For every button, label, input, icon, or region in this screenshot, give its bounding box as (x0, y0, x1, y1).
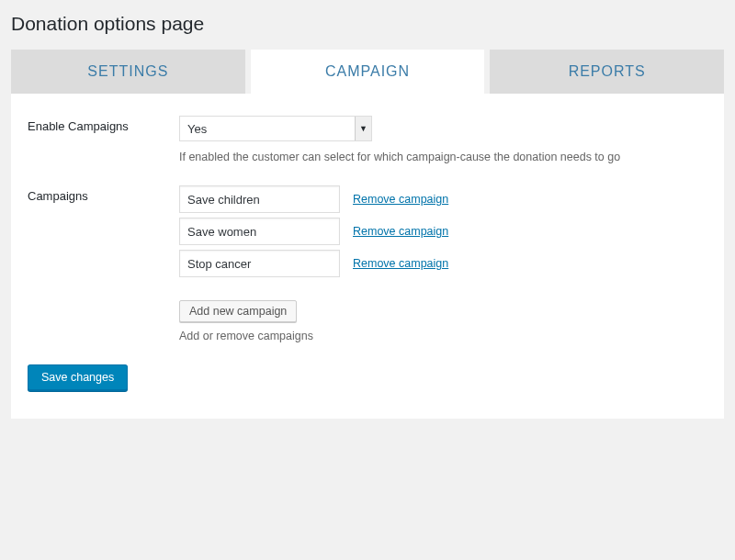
tab-reports[interactable]: REPORTS (490, 50, 724, 94)
campaign-row: Remove campaign (179, 218, 707, 245)
tabs-nav: SETTINGS CAMPAIGN REPORTS (11, 50, 724, 94)
remove-campaign-link[interactable]: Remove campaign (353, 257, 448, 270)
campaign-row: Remove campaign (179, 250, 707, 277)
add-campaign-button[interactable]: Add new campaign (179, 300, 297, 322)
chevron-down-icon: ▼ (355, 117, 371, 140)
tab-campaign[interactable]: CAMPAIGN (251, 50, 485, 94)
campaign-name-input[interactable] (179, 218, 340, 245)
campaigns-helper: Add or remove campaigns (179, 330, 707, 342)
enable-campaigns-helper: If enabled the customer can select for w… (179, 151, 707, 163)
campaigns-label: Campaigns (28, 185, 179, 203)
tab-settings[interactable]: SETTINGS (11, 50, 245, 94)
enable-campaigns-label: Enable Campaigns (28, 116, 179, 133)
enable-campaigns-select[interactable]: Yes ▼ (179, 116, 372, 141)
campaign-name-input[interactable] (179, 250, 340, 277)
campaign-name-input[interactable] (179, 185, 340, 213)
enable-campaigns-value: Yes (187, 122, 207, 136)
campaign-panel: Enable Campaigns Yes ▼ If enabled the cu… (11, 94, 724, 419)
remove-campaign-link[interactable]: Remove campaign (353, 225, 448, 238)
page-title: Donation options page (11, 0, 724, 50)
remove-campaign-link[interactable]: Remove campaign (353, 193, 448, 206)
save-changes-button[interactable]: Save changes (28, 364, 128, 391)
campaign-row: Remove campaign (179, 185, 707, 213)
